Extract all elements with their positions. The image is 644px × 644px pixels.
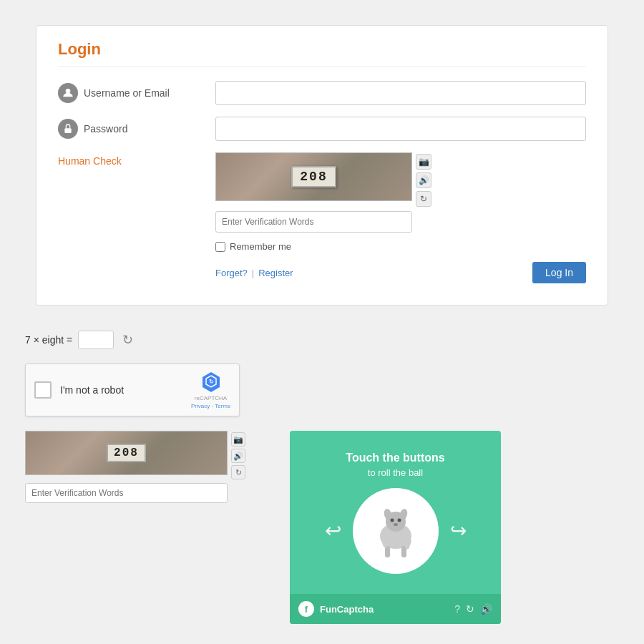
svg-point-9 (394, 523, 398, 526)
remember-row: Remember me (215, 241, 586, 252)
funcaptcha-left-arrow[interactable]: ↩ (325, 519, 341, 542)
small-captcha-image: 208 (25, 431, 228, 475)
recaptcha-privacy[interactable]: Privacy (191, 403, 210, 409)
lock-icon (58, 119, 78, 139)
math-label: 7 × eight = (25, 334, 72, 346)
login-box: Login Username or Email Password Human C… (36, 25, 608, 306)
funcaptcha-subtitle: to roll the ball (368, 467, 423, 478)
recaptcha-widget: I'm not a robot ↻ reCAPTCHA Privacy - Te… (25, 364, 240, 416)
recaptcha-logo-area: ↻ reCAPTCHA Privacy - Terms (191, 371, 230, 409)
password-row: Password (58, 117, 586, 141)
recaptcha-links: Privacy - Terms (191, 403, 230, 409)
captcha-audio-button[interactable]: 🔊 (416, 172, 431, 188)
captcha-image-row: 208 📷 🔊 ↻ (215, 152, 431, 207)
funcaptcha-footer-icons: ? ↻ 🔊 (454, 603, 492, 615)
funcaptcha-widget: Touch the buttons to roll the ball ↩ (290, 431, 501, 624)
remember-label: Remember me (230, 241, 291, 252)
small-captcha-widget: 208 📷 🔊 ↻ (25, 431, 268, 624)
small-captcha-inner: 208 (26, 431, 227, 474)
login-title: Login (58, 40, 586, 67)
funcaptcha-question-icon[interactable]: ? (454, 603, 460, 615)
small-camera-button[interactable]: 📷 (231, 432, 245, 447)
captcha-icons: 📷 🔊 ↻ (416, 152, 431, 207)
small-verify-input[interactable] (25, 483, 228, 503)
username-input[interactable] (215, 81, 586, 105)
remember-checkbox[interactable] (215, 242, 225, 252)
funcaptcha-title: Touch the buttons (346, 452, 444, 464)
login-button[interactable]: Log In (532, 262, 586, 283)
svg-point-7 (390, 518, 394, 522)
svg-point-8 (397, 518, 401, 522)
login-actions: Forget? | Register Log In (215, 262, 586, 283)
svg-text:↻: ↻ (208, 379, 213, 385)
recaptcha-label: I'm not a robot (60, 384, 182, 396)
svg-rect-1 (64, 128, 71, 133)
login-links: Forget? | Register (215, 268, 293, 278)
captcha-section: 208 📷 🔊 ↻ (215, 152, 431, 233)
humancheck-content: 208 📷 🔊 ↻ (215, 152, 431, 233)
humancheck-label: Human Check (58, 152, 215, 167)
recaptcha-terms[interactable]: Terms (215, 403, 230, 409)
captcha-image-inner: 208 (216, 153, 411, 200)
password-input[interactable] (215, 117, 586, 141)
small-captcha-icons: 📷 🔊 ↻ (231, 431, 245, 479)
password-label: Password (58, 119, 215, 139)
bottom-row: 208 📷 🔊 ↻ Touch the buttons to roll the … (25, 431, 619, 624)
math-refresh-icon[interactable]: ↻ (119, 332, 135, 348)
captcha-plate: 208 (291, 166, 336, 187)
funcaptcha-controls: ↩ (325, 488, 467, 574)
captcha-verify-input[interactable] (215, 211, 412, 233)
math-captcha-row: 7 × eight = ↻ (25, 331, 644, 349)
recaptcha-logo-icon: ↻ (200, 371, 223, 394)
recaptcha-checkbox[interactable] (34, 381, 52, 399)
math-input[interactable] (78, 331, 114, 349)
captcha-camera-button[interactable]: 📷 (416, 154, 431, 170)
forget-link[interactable]: Forget? (215, 268, 248, 278)
captcha-refresh-button[interactable]: ↻ (416, 191, 431, 207)
small-refresh-button[interactable]: ↻ (231, 465, 245, 479)
small-audio-button[interactable]: 🔊 (231, 449, 245, 463)
small-captcha-plate: 208 (107, 444, 146, 462)
funcaptcha-brand: FunCaptcha (320, 604, 449, 615)
humancheck-row: Human Check 208 📷 🔊 ↻ (58, 152, 586, 233)
funcaptcha-right-arrow[interactable]: ↪ (450, 519, 467, 542)
funcaptcha-refresh-icon[interactable]: ↻ (466, 603, 474, 615)
svg-rect-10 (385, 546, 390, 557)
recaptcha-brand: reCAPTCHA (195, 395, 227, 401)
user-icon (58, 83, 78, 103)
funcaptcha-footer: f FunCaptcha ? ↻ 🔊 (290, 594, 501, 624)
svg-point-0 (66, 89, 71, 94)
captcha-image: 208 (215, 152, 412, 201)
funcaptcha-main: Touch the buttons to roll the ball ↩ (290, 431, 501, 594)
username-row: Username or Email (58, 81, 586, 105)
funcaptcha-animal-circle (353, 488, 439, 574)
funcaptcha-animal-icon (364, 499, 428, 563)
small-captcha-row: 208 📷 🔊 ↻ (25, 431, 268, 479)
username-label: Username or Email (58, 83, 215, 103)
funcaptcha-audio-icon[interactable]: 🔊 (480, 603, 492, 615)
link-separator: | (252, 268, 254, 278)
funcaptcha-logo-f: f (298, 601, 314, 617)
register-link[interactable]: Register (258, 268, 293, 278)
